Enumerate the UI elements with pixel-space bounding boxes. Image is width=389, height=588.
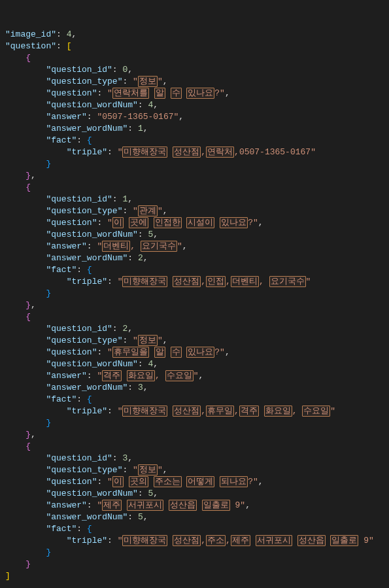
colon: : xyxy=(56,29,61,39)
brace-open: { xyxy=(25,182,31,192)
key-qtype: "question_type" xyxy=(46,77,122,86)
key-triple: "triple" xyxy=(67,147,107,157)
brace-close: } xyxy=(25,171,31,181)
val-answer: "0507-1365-0167" xyxy=(97,112,178,122)
bracket-close: ] xyxy=(5,571,10,581)
bracket-open: [ xyxy=(67,41,72,51)
brace-close-b: } xyxy=(46,159,51,169)
ime-text: 정보 xyxy=(138,76,158,87)
key-question2: "question" xyxy=(46,88,97,98)
brace-open-b: { xyxy=(87,135,92,145)
key-answer: "answer" xyxy=(46,112,86,122)
comma: , xyxy=(71,29,76,39)
key-awn: "answer_wordNum" xyxy=(46,124,127,133)
sp xyxy=(61,41,67,51)
key-qwn: "question_wordNum" xyxy=(46,100,137,110)
key-fact: "fact" xyxy=(46,135,76,145)
code-editor[interactable]: "image_id": 4, "question": [ { "question… xyxy=(5,29,384,582)
key-qid: "question_id" xyxy=(46,65,112,75)
colon: : xyxy=(56,41,61,51)
brace-open: { xyxy=(25,53,31,63)
key-image-id: "image_id" xyxy=(5,29,56,39)
val-awn: 1 xyxy=(138,124,143,133)
key-question: "question" xyxy=(5,41,56,51)
sp xyxy=(61,29,67,39)
